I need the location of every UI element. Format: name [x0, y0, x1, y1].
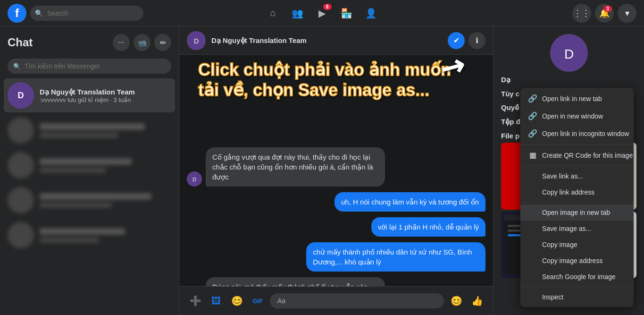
sidebar-search-input[interactable]: [8, 59, 171, 74]
sidebar-header: Chat ··· 📹 ✏: [0, 26, 179, 55]
contact-last-message: :vvvvvvvv lưu giữ kỉ niệm · 3 tuần: [40, 96, 171, 103]
rp-section-name: Dạ: [501, 76, 636, 84]
search-icon: 🔍: [35, 9, 43, 17]
ctx-open-image-tab[interactable]: Open image in new tab: [520, 204, 634, 221]
chat-info-button[interactable]: ℹ: [468, 32, 485, 49]
ctx-save-link[interactable]: Save link as...: [520, 168, 634, 184]
ctx-item-label: Inspect: [542, 293, 563, 301]
ctx-search-google[interactable]: Search Google for image: [520, 269, 634, 285]
ctx-item-label: Save link as...: [542, 172, 583, 180]
message-row: D Cố gắng vượt qua đợt này thui, thấy ch…: [187, 147, 485, 187]
chat-header-name: Dạ Nguyệt Translation Team: [211, 36, 442, 45]
avatar: D: [187, 171, 202, 187]
nav-groups-button[interactable]: 👤: [360, 2, 383, 25]
qr-icon: ▦: [528, 151, 537, 160]
ctx-copy-image-address[interactable]: Copy image address: [520, 253, 634, 269]
message-row: với lại 1 phần H nhỏ, dễ quản lý: [187, 217, 485, 237]
sidebar-contact-list: D Dạ Nguyệt Translation Team :vvvvvvvv l…: [0, 77, 179, 315]
message-bubble: Cố gắng vượt qua đợt này thui, thấy cho …: [206, 147, 385, 187]
photo-button[interactable]: 🖼: [208, 292, 225, 309]
sticker-button[interactable]: 😊: [228, 292, 245, 309]
svg-text:D: D: [194, 37, 199, 45]
notifications-badge: 3: [603, 6, 612, 12]
instruction-text: Click chuột phải vào ảnh muốn tải về, ch…: [198, 60, 474, 100]
nav-notifications-button[interactable]: 🔔 3: [595, 4, 614, 23]
message-row: uh, H nói chung làm vẫn kỳ và tương đối …: [187, 192, 485, 212]
avatar: [8, 222, 34, 248]
sidebar-contact-info: Dạ Nguyệt Translation Team :vvvvvvvv lưu…: [40, 88, 171, 103]
avatar: [8, 152, 34, 179]
chat-area: D Dạ Nguyệt Translation Team ✔ ℹ Click c…: [179, 26, 493, 315]
gif-button[interactable]: GIF: [249, 292, 266, 309]
ctx-save-image[interactable]: Save image as...: [520, 221, 634, 237]
nav-right-icons: ⋮⋮ 🔔 3 ▾: [572, 4, 636, 23]
sidebar-video-button[interactable]: 📹: [134, 34, 151, 51]
emoji-button[interactable]: 😊: [448, 292, 465, 309]
attach-button[interactable]: ➕: [187, 292, 204, 309]
ctx-item-label: Copy link address: [542, 188, 594, 196]
avatar: [8, 187, 34, 213]
sidebar-more-button[interactable]: ···: [113, 34, 130, 51]
nav-left: f 🔍: [8, 4, 143, 23]
sidebar-item-blur3[interactable]: [4, 183, 175, 217]
facebook-logo[interactable]: f: [8, 4, 26, 23]
ctx-item-label: Open image in new tab: [542, 209, 610, 216]
nav-search-input[interactable]: [30, 6, 143, 21]
sidebar-item-blur2[interactable]: [4, 148, 175, 182]
ctx-item-label: Open link in incognito window: [542, 130, 629, 137]
sidebar-search-icon: 🔍: [13, 63, 21, 70]
contact-last-message: [40, 238, 99, 243]
nav-friends-button[interactable]: 👥: [286, 2, 309, 25]
message-bubble: Đúng gòi, mà thấy mấy thành phố ấy tuy v…: [206, 277, 385, 286]
ctx-open-incognito[interactable]: 🔗 Open link in incognito window: [520, 125, 634, 142]
watch-badge: 8: [323, 4, 332, 10]
nav-grid-button[interactable]: ⋮⋮: [572, 4, 591, 23]
ctx-item-label: Search Google for image: [542, 273, 616, 281]
sidebar-contact-info: [40, 158, 171, 173]
nav-center-icons: ⌂ 👥 ▶ 8 🏪 👤: [262, 2, 383, 25]
nav-home-button[interactable]: ⌂: [262, 2, 284, 25]
context-menu: 🔗 Open link in new tab 🔗 Open in new win…: [520, 88, 634, 307]
rp-section-da: Dạ: [501, 76, 636, 84]
ctx-item-label: Open in new window: [542, 112, 603, 120]
ctx-inspect[interactable]: Inspect: [520, 289, 634, 305]
svg-text:D: D: [564, 47, 573, 61]
ctx-item-label: Copy image address: [542, 257, 602, 264]
ctx-divider: [520, 287, 634, 287]
chat-confirm-button[interactable]: ✔: [448, 32, 465, 49]
message-input[interactable]: [270, 293, 444, 308]
messages-area: Click chuột phải vào ảnh muốn tải về, ch…: [179, 55, 493, 286]
ctx-item-label: Open link in new tab: [542, 95, 602, 102]
nav-account-button[interactable]: ▾: [618, 4, 636, 23]
main-layout: Chat ··· 📹 ✏ 🔍 D Dạ Nguyệt Translation T…: [0, 26, 644, 315]
ctx-copy-link[interactable]: Copy link address: [520, 184, 634, 200]
sidebar-title: Chat: [8, 36, 33, 49]
sidebar-compose-button[interactable]: ✏: [154, 34, 171, 51]
ctx-copy-image[interactable]: Copy image: [520, 237, 634, 253]
sidebar-item-blur1[interactable]: [4, 113, 175, 147]
contact-name: [40, 123, 145, 130]
ctx-open-new-window[interactable]: 🔗 Open in new window: [520, 107, 634, 125]
right-panel-avatar: D: [550, 34, 588, 72]
sidebar-contact-info: [40, 228, 171, 243]
contact-name: [40, 193, 151, 200]
nav-watch-button[interactable]: ▶ 8: [311, 2, 334, 25]
message-bubble: chứ mấy thành phố nhiều dân tứ xứ như SG…: [306, 242, 485, 272]
ctx-divider: [520, 166, 634, 166]
search-wrap: 🔍: [30, 6, 143, 21]
ctx-item-label: Save image as...: [542, 225, 591, 232]
thumbs-up-button[interactable]: 👍: [468, 292, 485, 309]
avatar: D: [8, 82, 34, 109]
top-navigation: f 🔍 ⌂ 👥 ▶ 8 🏪 👤 ⋮⋮ 🔔 3 ▾: [0, 0, 644, 26]
right-panel: D Dạ Tùy c Quyề Tệp đ File p: [493, 26, 644, 315]
nav-marketplace-button[interactable]: 🏪: [335, 2, 358, 25]
ctx-open-new-tab[interactable]: 🔗 Open link in new tab: [520, 90, 634, 107]
ctx-item-label: Copy image: [542, 241, 577, 248]
message-bubble: với lại 1 phần H nhỏ, dễ quản lý: [371, 217, 485, 237]
contact-last-message: [40, 168, 106, 173]
contact-name: [40, 158, 132, 165]
sidebar-contact-info: [40, 193, 171, 208]
sidebar-item-blur4[interactable]: [4, 218, 175, 252]
sidebar-item-da-nguyet[interactable]: D Dạ Nguyệt Translation Team :vvvvvvvv l…: [4, 78, 175, 112]
ctx-create-qr[interactable]: ▦ Create QR Code for this image: [520, 146, 634, 164]
